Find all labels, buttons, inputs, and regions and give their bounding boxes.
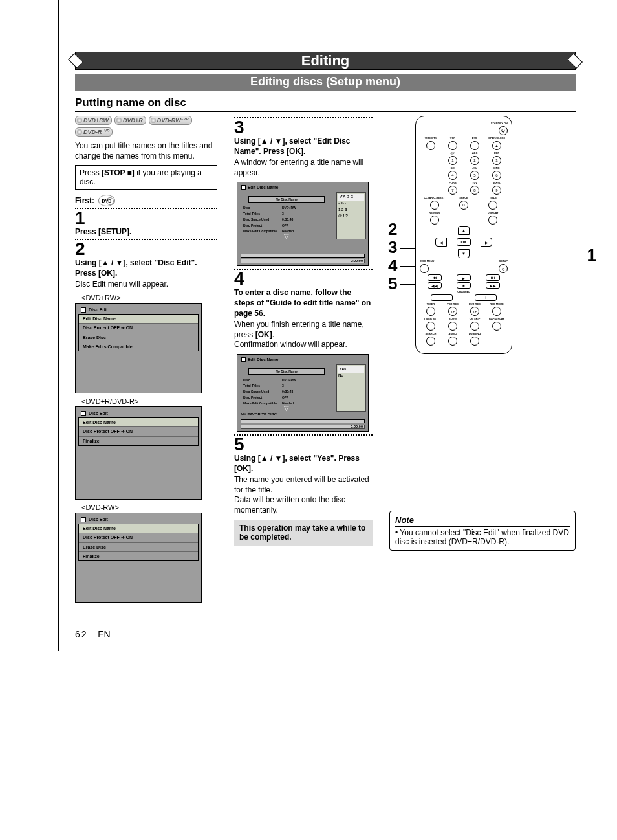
stop-instruction-box: Press [STOP ■] if you are playing a disc… xyxy=(75,165,217,190)
crop-mark-horizontal xyxy=(0,639,58,639)
clear-button[interactable] xyxy=(430,201,439,210)
screen-dvd-minus-rw: <DVD-RW> Disc Edit Edit Disc Name Disc P… xyxy=(75,503,217,603)
num-6-button[interactable]: 6 xyxy=(492,171,501,180)
first-line: First: DVD xyxy=(75,195,217,206)
up-button[interactable]: ▲ xyxy=(458,226,470,235)
search-button[interactable] xyxy=(426,337,435,346)
step-4-number: 4 xyxy=(234,270,373,288)
page-number: 62 xyxy=(75,629,88,639)
num-0-button[interactable]: 0 xyxy=(459,201,468,210)
step-2-text: Using [▲ / ▼], select "Disc Edit". Press… xyxy=(75,258,217,278)
timer-button[interactable] xyxy=(426,307,435,316)
channel-down-button[interactable]: − xyxy=(431,294,453,301)
vcr-rec-button[interactable]: ⟳ xyxy=(448,307,457,316)
subtitle-banner: Editing discs (Setup menu) xyxy=(75,74,576,91)
open-close-button[interactable]: ▲ xyxy=(492,141,501,150)
ff-button[interactable]: ▶▶ xyxy=(486,282,500,289)
num-7-button[interactable]: 7 xyxy=(448,186,457,195)
badge-dvd-plus-r: DVD+R xyxy=(114,116,146,125)
return-button[interactable] xyxy=(430,216,439,225)
stop-button[interactable]: ■ xyxy=(457,282,471,289)
rew-button[interactable]: ◀◀ xyxy=(428,282,442,289)
screen-label: <DVD-RW> xyxy=(81,503,217,511)
slow-button[interactable] xyxy=(448,322,457,331)
step-2-number: 2 xyxy=(75,240,217,258)
note-title: Note xyxy=(395,515,570,527)
step-1-number: 1 xyxy=(75,209,217,227)
callout-1: 1 xyxy=(587,245,596,265)
num-4-button[interactable]: 4 xyxy=(448,171,457,180)
badge-dvd-minus-rw: DVD-RW+VR xyxy=(149,116,192,125)
remote-diagram: 2 3 4 5 1 STANDBY-ON ⏻ VIDEO/TV VCR D xyxy=(389,116,576,394)
setup-button[interactable]: ⟳ xyxy=(499,264,508,273)
note-text: You cannot select "Disc Edit" when final… xyxy=(395,528,569,546)
operation-note-box: This operation may take a while to be co… xyxy=(234,520,373,546)
num-1-button[interactable]: 1 xyxy=(448,156,457,165)
ok-button[interactable]: OK xyxy=(457,238,471,246)
section-heading: Putting name on disc xyxy=(75,96,576,112)
first-label: First: xyxy=(75,196,94,205)
rapid-play-button[interactable] xyxy=(492,322,501,331)
title-text: Editing xyxy=(301,52,350,69)
display-button[interactable] xyxy=(488,216,497,225)
vcr-button[interactable] xyxy=(448,141,457,150)
crop-mark-vertical xyxy=(58,0,59,651)
rec-mode-button[interactable] xyxy=(492,307,501,316)
screen-dvd-plus-rw: <DVD+RW> Disc Edit Edit Disc Name Disc P… xyxy=(75,294,217,393)
num-5-button[interactable]: 5 xyxy=(470,171,479,180)
down-button[interactable]: ▼ xyxy=(458,249,470,258)
play-button[interactable]: ▶ xyxy=(457,274,471,281)
step-2-body: Disc Edit menu will appear. xyxy=(75,280,217,290)
dubbing-button[interactable] xyxy=(470,337,479,346)
step-3-body: A window for entering a title name will … xyxy=(234,158,373,178)
num-9-button[interactable]: 9 xyxy=(492,186,501,195)
num-2-button[interactable]: 2 xyxy=(470,156,479,165)
disc-format-badges: DVD+RW DVD+R DVD-RW+VR DVD-R+VR xyxy=(75,116,217,137)
title-banner: Editing xyxy=(75,52,576,70)
screen-label: <DVD+R/DVD-R> xyxy=(81,397,217,405)
dvd-disc-icon: DVD xyxy=(98,195,115,206)
next-button[interactable]: ⏭ xyxy=(486,274,500,281)
channel-up-button[interactable]: + xyxy=(475,294,497,301)
prev-button[interactable]: ⏮ xyxy=(428,274,442,281)
cm-skip-button[interactable] xyxy=(470,322,479,331)
audio-button[interactable] xyxy=(448,337,457,346)
num-8-button[interactable]: 8 xyxy=(470,186,479,195)
callout-2: 2 xyxy=(388,219,397,239)
screen-label: <DVD+RW> xyxy=(81,294,217,302)
badge-dvd-plus-rw: DVD+RW xyxy=(75,116,112,125)
dvd-rec-button[interactable]: ⟳ xyxy=(470,307,479,316)
disc-menu-button[interactable] xyxy=(420,264,429,273)
page-footer: 62 EN xyxy=(75,629,576,639)
step-5-number: 5 xyxy=(234,436,373,454)
page-lang: EN xyxy=(98,629,110,639)
edit-disc-name-screen-1: Edit Disc Name No Disc Name DiscDVD+RW T… xyxy=(237,182,369,266)
step-5-body: The name you entered will be activated f… xyxy=(234,475,373,515)
right-button[interactable]: ▶ xyxy=(481,238,492,247)
left-button[interactable]: ◀ xyxy=(435,238,447,247)
step-3-number: 3 xyxy=(234,118,373,137)
edit-disc-name-screen-2: Edit Disc Name No Disc Name DiscDVD+RW T… xyxy=(237,354,369,432)
callout-3: 3 xyxy=(388,238,397,258)
callout-4: 4 xyxy=(388,256,397,276)
step-4-text: To enter a disc name, follow the steps o… xyxy=(234,288,373,318)
standby-button[interactable]: ⏻ xyxy=(499,126,508,135)
callout-5: 5 xyxy=(388,274,397,294)
timer-set-button[interactable] xyxy=(426,322,435,331)
dvd-button[interactable] xyxy=(470,141,479,150)
step-3-text: Using [▲ / ▼], select "Edit Disc Name". … xyxy=(234,137,373,157)
title-button[interactable] xyxy=(488,201,497,210)
badge-dvd-minus-r: DVD-R+VR xyxy=(75,127,113,137)
intro-paragraph: You can put title names on the titles an… xyxy=(75,140,217,161)
num-3-button[interactable]: 3 xyxy=(492,156,501,165)
step-4-body: When you finish entering a title name, p… xyxy=(234,320,373,350)
screen-dvd-plus-r: <DVD+R/DVD-R> Disc Edit Edit Disc Name D… xyxy=(75,397,217,500)
step-5-text: Using [▲ / ▼], select "Yes". Press [OK]. xyxy=(234,454,373,474)
step-1-text: Press [SETUP]. xyxy=(75,227,217,238)
note-box: Note • You cannot select "Disc Edit" whe… xyxy=(389,511,576,551)
video-tv-button[interactable] xyxy=(426,141,435,150)
